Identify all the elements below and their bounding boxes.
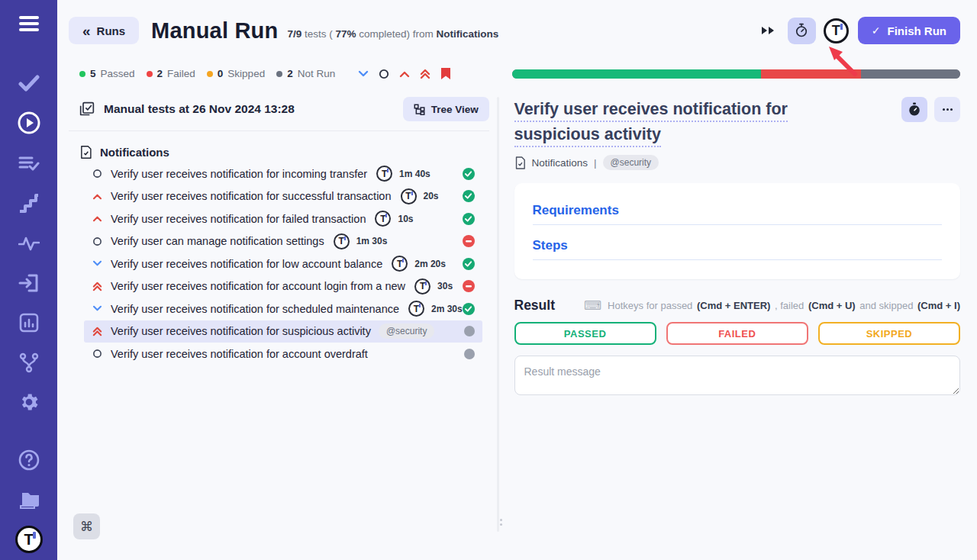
more-options-button[interactable] bbox=[934, 97, 960, 122]
tests-icon[interactable] bbox=[13, 67, 45, 99]
suite-group-row[interactable]: Notifications bbox=[79, 145, 489, 159]
command-hotkey-button[interactable]: ⌘ bbox=[73, 513, 100, 539]
reports-icon[interactable] bbox=[13, 307, 45, 339]
subtitle-text: completed) from bbox=[356, 28, 437, 40]
branches-icon[interactable] bbox=[13, 346, 45, 378]
skipped-dot-icon bbox=[207, 71, 213, 77]
priority-critical-filter-icon[interactable] bbox=[420, 69, 430, 79]
tree-view-button[interactable]: Tree View bbox=[403, 97, 489, 121]
summary-skipped: 0Skipped bbox=[207, 68, 265, 79]
verdict-buttons: PASSED FAILED SKIPPED bbox=[514, 322, 961, 345]
account-logo[interactable]: T bbox=[824, 18, 849, 43]
progress-notrun-segment bbox=[861, 69, 960, 79]
back-chevrons-icon: « bbox=[82, 24, 91, 38]
passed-button[interactable]: PASSED bbox=[514, 322, 656, 345]
test-row-selected[interactable]: Verify user receives notification for su… bbox=[84, 320, 482, 343]
test-row[interactable]: Verify user can manage notification sett… bbox=[84, 230, 482, 253]
failed-dot-icon bbox=[147, 71, 153, 77]
import-icon[interactable] bbox=[13, 267, 45, 299]
file-check-icon bbox=[79, 145, 92, 159]
hotkeys-hint: ⌨Hotkeys for passed (Cmd + ENTER) , fail… bbox=[584, 298, 960, 313]
test-title: Verify user receives notification for sc… bbox=[111, 303, 399, 315]
priority-high-icon bbox=[92, 193, 103, 200]
main-area: « Runs Manual Run 7/9 tests ( 77% comple… bbox=[57, 0, 977, 560]
detail-tag[interactable]: @security bbox=[603, 155, 659, 170]
detail-title-actions bbox=[901, 97, 960, 122]
timer-button[interactable] bbox=[788, 18, 816, 44]
back-to-runs-button[interactable]: « Runs bbox=[69, 17, 139, 44]
command-icon: ⌘ bbox=[80, 520, 93, 534]
test-row[interactable]: Verify user receives notification for su… bbox=[84, 185, 482, 208]
test-row[interactable]: Verify user receives notification for sc… bbox=[84, 298, 482, 320]
pulse-icon[interactable] bbox=[13, 227, 45, 259]
test-row[interactable]: Verify user receives notification for lo… bbox=[84, 253, 482, 275]
run-progress-bar bbox=[512, 69, 960, 79]
result-message-input[interactable] bbox=[514, 356, 961, 395]
test-title: Verify user receives notification for su… bbox=[111, 325, 371, 337]
status-notrun-icon bbox=[464, 326, 475, 336]
status-passed-icon bbox=[463, 190, 475, 202]
testomat-test-icon: T bbox=[375, 211, 391, 227]
summary-failed: 2Failed bbox=[147, 68, 195, 79]
panel-resizer[interactable] bbox=[497, 97, 499, 532]
test-row[interactable]: Verify user receives notification for fa… bbox=[84, 208, 482, 230]
top-bar: « Runs Manual Run 7/9 tests ( 77% comple… bbox=[57, 0, 977, 44]
skipped-button[interactable]: SKIPPED bbox=[818, 322, 960, 345]
passed-dot-icon bbox=[79, 71, 85, 77]
subtitle-count: 7/9 bbox=[287, 28, 301, 40]
priority-critical-icon bbox=[92, 282, 103, 291]
test-plans-icon[interactable] bbox=[13, 148, 45, 180]
priority-high-filter-icon[interactable] bbox=[399, 70, 410, 78]
logo-letter: T bbox=[24, 531, 33, 549]
projects-icon[interactable] bbox=[13, 484, 45, 516]
priority-low-icon bbox=[92, 305, 103, 312]
top-actions: T ✓ Finish Run bbox=[761, 17, 960, 44]
failed-button[interactable]: FAILED bbox=[666, 322, 808, 345]
settings-icon[interactable] bbox=[13, 386, 45, 418]
suite-name: Notifications bbox=[100, 146, 169, 159]
bookmark-filter-icon[interactable] bbox=[440, 67, 451, 80]
test-duration: 2m 20s bbox=[414, 259, 446, 269]
milestones-icon[interactable] bbox=[13, 188, 45, 220]
test-duration: 20s bbox=[424, 191, 439, 201]
status-notrun-icon bbox=[464, 349, 475, 359]
help-icon[interactable] bbox=[13, 444, 45, 476]
status-failed-icon bbox=[463, 235, 475, 247]
testomat-logo[interactable]: T bbox=[13, 523, 45, 555]
notrun-dot-icon bbox=[276, 71, 282, 77]
fast-forward-icon[interactable] bbox=[761, 25, 775, 36]
priority-normal-icon bbox=[92, 349, 103, 359]
testomat-test-icon: T bbox=[408, 301, 424, 317]
progress-passed-segment bbox=[512, 69, 761, 79]
priority-normal-filter-icon[interactable] bbox=[379, 69, 389, 79]
status-row: 5Passed 2Failed 0Skipped 2Not Run bbox=[69, 67, 960, 80]
clipboard-check-icon bbox=[79, 101, 95, 117]
test-duration: 1m 30s bbox=[356, 236, 388, 246]
test-row[interactable]: Verify user receives notification for ac… bbox=[84, 343, 482, 365]
runs-icon[interactable] bbox=[13, 107, 45, 139]
menu-icon[interactable] bbox=[13, 8, 45, 40]
test-title: Verify user receives notification for fa… bbox=[111, 213, 366, 225]
breadcrumb-separator: | bbox=[594, 157, 597, 169]
requirements-section-header[interactable]: Requirements bbox=[533, 203, 943, 225]
steps-section-header[interactable]: Steps bbox=[533, 238, 943, 260]
page-title: Manual Run bbox=[151, 18, 278, 43]
priority-low-icon bbox=[92, 260, 103, 267]
test-title: Verify user receives notification for su… bbox=[111, 190, 392, 202]
stopwatch-button[interactable] bbox=[901, 97, 927, 122]
finish-run-button[interactable]: ✓ Finish Run bbox=[858, 17, 960, 44]
subtitle-text: tests ( bbox=[301, 28, 335, 40]
priority-low-filter-icon[interactable] bbox=[358, 70, 369, 78]
testomat-test-icon: T bbox=[334, 233, 350, 249]
test-row[interactable]: Verify user receives notification for in… bbox=[84, 163, 482, 185]
test-duration: 1m 40s bbox=[399, 169, 430, 179]
content-split: Manual tests at 26 Nov 2024 13:28 Tree V… bbox=[69, 97, 960, 532]
breadcrumb-suite[interactable]: Notifications bbox=[532, 157, 588, 169]
result-header-row: Result ⌨Hotkeys for passed (Cmd + ENTER)… bbox=[514, 298, 961, 314]
status-passed-icon bbox=[463, 303, 475, 315]
test-row[interactable]: Verify user receives notification for ac… bbox=[84, 275, 482, 298]
status-passed-icon bbox=[463, 168, 475, 180]
detail-sections-card: Requirements Steps bbox=[514, 183, 961, 279]
test-detail-title[interactable]: Verify user receives notification for su… bbox=[514, 97, 875, 147]
priority-normal-icon bbox=[92, 237, 103, 246]
